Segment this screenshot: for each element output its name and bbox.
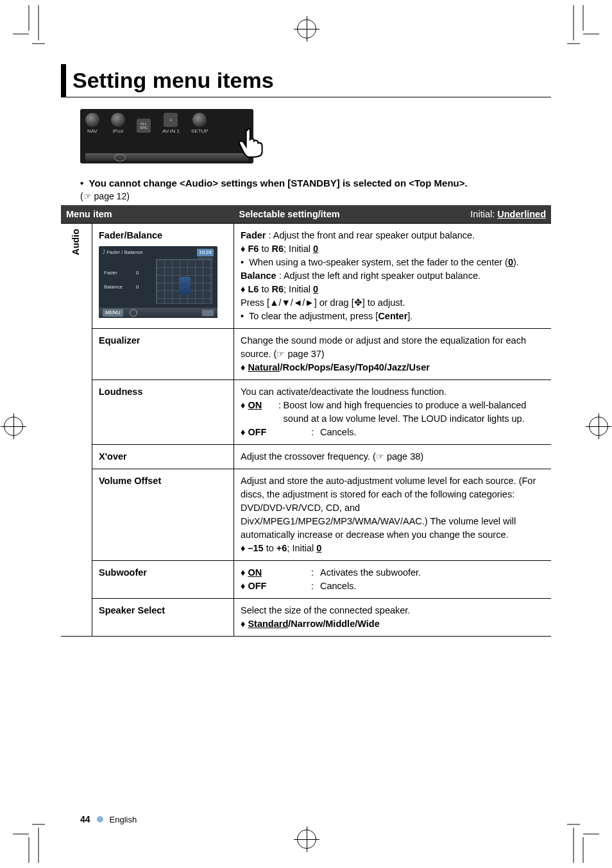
registration-mark-left (4, 417, 23, 436)
cropmark-top-left (13, 5, 45, 50)
cropmark-top-right (567, 5, 599, 50)
fader-balance-screenshot: ⤴ Fader / Balance 10:28 N/A Fader 0 Bala… (99, 246, 217, 318)
device-illustration: NAV iPod ALL SRC 1AV-IN 1 SETUP (80, 109, 253, 163)
standby-note-text: You cannot change <Audio> settings when … (89, 178, 468, 188)
page-number: 44 (80, 814, 90, 824)
item-xover: X'over (92, 445, 234, 469)
setting-speaker-select: Select the size of the connected speaker… (234, 599, 552, 637)
table-row: Subwoofer ON:Activates the subwoofer. OF… (61, 561, 551, 599)
footer-dot-icon (97, 816, 103, 822)
setup-icon: SETUP (191, 113, 208, 134)
registration-mark-bottom (297, 830, 316, 849)
return-icon (202, 310, 214, 316)
setting-xover: Adjust the crossover frequency. (☞ page … (234, 445, 552, 469)
item-speaker-select: Speaker Select (92, 599, 234, 637)
table-row: X'over Adjust the crossover frequency. (… (61, 445, 551, 469)
page-title: Setting menu items (61, 64, 551, 97)
ipod-icon: iPod (111, 113, 125, 134)
col-initial: Initial: Underlined (410, 205, 551, 224)
item-volume-offset: Volume Offset (92, 469, 234, 561)
menu-button: MENU (103, 309, 123, 317)
table-row: Loudness You can activate/deactivate the… (61, 380, 551, 445)
col-selectable: Selectable setting/item (234, 205, 411, 224)
table-row: Audio Fader/Balance ⤴ Fader / Balance 10… (61, 224, 551, 329)
settings-table: Menu item Selectable setting/item Initia… (61, 205, 551, 637)
pointing-hand-icon (235, 125, 269, 158)
category-audio: Audio (61, 224, 92, 637)
avin-icon: 1AV-IN 1 (162, 113, 180, 134)
setting-subwoofer: ON:Activates the subwoofer. OFF:Cancels. (234, 561, 552, 599)
item-equalizer: Equalizer (92, 329, 234, 380)
pointer-icon: ☞ (276, 349, 285, 359)
item-subwoofer: Subwoofer (92, 561, 234, 599)
setting-equalizer: Change the sound mode or adjust and stor… (234, 329, 552, 380)
setting-loudness: You can activate/deactivate the loudness… (234, 380, 552, 445)
table-row: Equalizer Change the sound mode or adjus… (61, 329, 551, 380)
table-row: Speaker Select Select the size of the co… (61, 599, 551, 637)
cropmark-bottom-right (567, 818, 599, 863)
item-fader-balance: Fader/Balance ⤴ Fader / Balance 10:28 N/… (92, 224, 234, 329)
car-icon (179, 277, 191, 295)
pointer-icon: ☞ (376, 451, 384, 462)
footer-language: English (110, 815, 137, 824)
col-menu-item: Menu item (61, 205, 234, 224)
registration-mark-top (297, 19, 316, 38)
standby-note-ref: (☞ page 12) (80, 191, 551, 201)
registration-mark-right (589, 417, 608, 436)
nav-icon: NAV (85, 113, 99, 134)
setting-volume-offset: Adjust and store the auto-adjustment vol… (234, 469, 552, 561)
allsrc-icon: ALL SRC (137, 119, 151, 134)
table-row: Volume Offset Adjust and store the auto-… (61, 469, 551, 561)
pointer-icon: ☞ (83, 191, 92, 201)
page: Setting menu items NAV iPod ALL SRC 1AV-… (0, 0, 612, 868)
setting-fader-balance: Fader : Adjust the front and rear speake… (234, 224, 552, 329)
item-loudness: Loudness (92, 380, 234, 445)
cropmark-bottom-left (13, 818, 45, 863)
page-footer: 44 English (80, 814, 137, 824)
standby-note: • You cannot change <Audio> settings whe… (80, 178, 551, 188)
clock-label: 10:28 (197, 249, 214, 256)
